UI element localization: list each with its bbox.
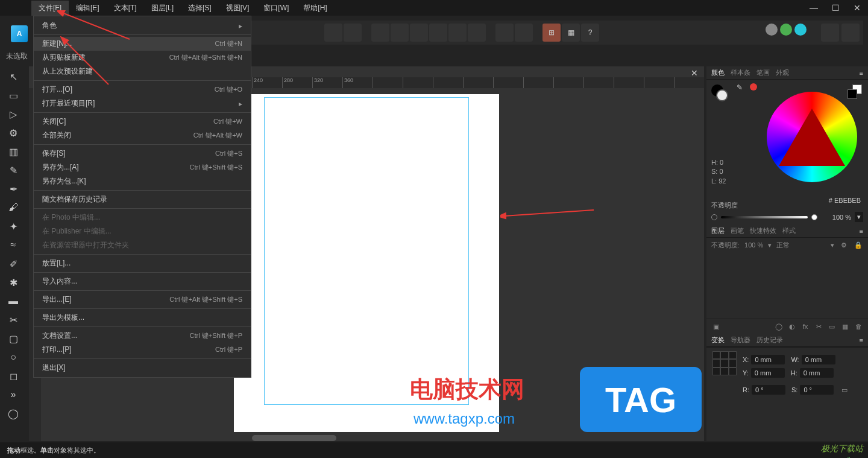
toolbar-button[interactable] xyxy=(324,24,342,42)
node-tool[interactable]: ▷ xyxy=(4,106,22,122)
document-tab-close-button[interactable]: ✕ xyxy=(691,68,698,78)
flip-h-icon[interactable]: ▭ xyxy=(840,385,849,395)
menu-item[interactable]: 新建[N]...Ctrl 键+N xyxy=(34,37,251,51)
tab-transform[interactable]: 变换 xyxy=(711,336,725,345)
persona-designer-icon[interactable] xyxy=(766,24,778,36)
x-field[interactable]: 0 mm xyxy=(751,355,785,364)
layers-list[interactable] xyxy=(706,252,868,319)
menu-item[interactable]: 文档设置...Ctrl 键+Shift 键+P xyxy=(34,329,251,343)
blend-dropdown-icon[interactable]: ▾ xyxy=(831,241,834,249)
menu-item[interactable]: 退出[X] xyxy=(34,361,251,375)
menu-item[interactable]: 导出为模板... xyxy=(34,311,251,325)
layer-opacity-dropdown-icon[interactable]: ▾ xyxy=(768,241,772,249)
menu-文本[interactable]: 文本[T] xyxy=(107,1,144,16)
shape-star-tool[interactable]: ✱ xyxy=(4,275,22,290)
tab-navigator[interactable]: 导航器 xyxy=(731,336,750,345)
gear-tool[interactable]: ⚙ xyxy=(4,125,22,141)
menu-item[interactable]: 角色▸ xyxy=(34,19,251,33)
window-minimize-button[interactable]: — xyxy=(803,0,825,16)
layer-opacity-value[interactable]: 100 % xyxy=(744,241,763,249)
eyedropper-tool[interactable]: ✐ xyxy=(4,256,22,272)
delete-layer-icon[interactable]: 🗑 xyxy=(854,322,863,331)
tab-color[interactable]: 颜色 xyxy=(711,68,725,77)
persona-pixel-icon[interactable] xyxy=(780,24,792,36)
menu-图层[interactable]: 图层[L] xyxy=(144,1,181,16)
opacity-slider[interactable] xyxy=(721,216,808,218)
menu-item[interactable]: 打开...[O]Ctrl 键+O xyxy=(34,83,251,97)
ellipse-tool[interactable]: ○ xyxy=(4,349,22,365)
align-button[interactable]: ▦ xyxy=(562,24,580,42)
anchor-selector[interactable] xyxy=(712,351,737,375)
tab-history[interactable]: 历史记录 xyxy=(756,336,783,345)
more-tool[interactable]: » xyxy=(4,387,22,402)
menu-帮助[interactable]: 帮助[H] xyxy=(296,1,334,16)
marquee-tool[interactable]: ▭ xyxy=(4,87,22,103)
tab-swatches[interactable]: 样本条 xyxy=(731,68,750,77)
panel-menu-icon[interactable]: ≡ xyxy=(860,69,863,77)
opacity-value[interactable]: 100 % xyxy=(821,214,851,221)
smudge-tool[interactable]: ≈ xyxy=(4,237,22,253)
panel-menu-icon[interactable]: ≡ xyxy=(860,227,863,235)
window-close-button[interactable]: ✕ xyxy=(846,0,868,16)
toolbar-button[interactable] xyxy=(391,24,409,42)
tab-styles[interactable]: 样式 xyxy=(782,226,796,235)
menu-item[interactable]: 导入内容... xyxy=(34,275,251,288)
toolbar-button[interactable] xyxy=(344,24,362,42)
crop-icon[interactable]: ✂ xyxy=(814,322,823,331)
persona-export-icon[interactable] xyxy=(794,24,807,36)
rounded-rect-tool[interactable]: ◻ xyxy=(4,368,22,384)
tab-layers[interactable]: 图层 xyxy=(711,226,725,235)
fill-color-icon[interactable] xyxy=(716,89,728,101)
stroke-swatch[interactable] xyxy=(848,89,857,99)
color-wheel[interactable] xyxy=(767,92,857,182)
toolbar-button[interactable] xyxy=(448,24,467,42)
s-field[interactable]: 0 ° xyxy=(800,385,834,395)
menu-item[interactable]: 从剪贴板新建Ctrl 键+Alt 键+Shift 键+N xyxy=(34,51,251,65)
menu-视图[interactable]: 视图[V] xyxy=(219,1,257,16)
snap-button[interactable]: ⊞ xyxy=(542,24,561,42)
toolbar-button[interactable] xyxy=(495,24,514,42)
menu-item[interactable]: 保存[S]Ctrl 键+S xyxy=(34,147,251,161)
tab-stroke[interactable]: 笔画 xyxy=(756,68,770,77)
move-tool[interactable]: ↖ xyxy=(4,69,22,84)
pen-tool[interactable]: ✒ xyxy=(4,181,22,197)
horizontal-scrollbar[interactable] xyxy=(252,435,336,441)
h-field[interactable]: 0 mm xyxy=(800,368,834,378)
toolbar-button[interactable] xyxy=(821,24,839,42)
add-pixel-layer-icon[interactable]: ▦ xyxy=(840,322,850,331)
color-triangle[interactable] xyxy=(779,109,845,166)
toolbar-button[interactable] xyxy=(515,24,533,42)
crop-tool[interactable]: ✂ xyxy=(4,312,22,328)
menu-item[interactable]: 导出...[E]Ctrl 键+Alt 键+Shift 键+S xyxy=(34,293,251,307)
swatch-tool[interactable]: ◯ xyxy=(4,406,22,421)
layer-icon[interactable]: ◯ xyxy=(774,322,784,331)
r-field[interactable]: 0 ° xyxy=(752,385,785,395)
menu-文件[interactable]: 文件[F] xyxy=(31,1,69,16)
menu-编辑[interactable]: 编辑[E] xyxy=(69,1,107,16)
brush-tool[interactable]: 🖌 xyxy=(4,200,22,215)
panel-menu-icon[interactable]: ≡ xyxy=(860,337,863,344)
window-maximize-button[interactable]: ☐ xyxy=(825,0,846,16)
menu-item[interactable]: 打印...[P]Ctrl 键+P xyxy=(34,343,251,357)
eyedropper-icon[interactable]: ✎ xyxy=(737,83,743,92)
w-field[interactable]: 0 mm xyxy=(802,355,835,364)
menu-item[interactable]: 关闭[C]Ctrl 键+W xyxy=(34,115,251,129)
menu-item[interactable]: 打开最近项目[R]▸ xyxy=(34,97,251,110)
tab-appearance[interactable]: 外观 xyxy=(776,68,789,77)
toolbar-button[interactable] xyxy=(410,24,428,42)
toolbar-button[interactable] xyxy=(429,24,447,42)
toolbar-button[interactable] xyxy=(371,24,389,42)
gear-icon[interactable]: ⚙ xyxy=(839,240,849,250)
menu-item[interactable]: 全部关闭Ctrl 键+Alt 键+W xyxy=(34,129,251,142)
toolbar-button[interactable] xyxy=(468,24,486,42)
lock-icon[interactable]: 🔒 xyxy=(854,240,863,250)
hex-value[interactable]: EBEBEB xyxy=(834,197,861,204)
adjust-icon[interactable] xyxy=(725,322,734,331)
fill-tool[interactable]: ▬ xyxy=(4,293,22,309)
rect-tool[interactable]: ▢ xyxy=(4,331,22,346)
tab-fx[interactable]: 快速特效 xyxy=(750,226,776,235)
toolbar-button[interactable] xyxy=(841,24,860,42)
menu-item[interactable]: 另存为...[A]Ctrl 键+Shift 键+S xyxy=(34,161,251,174)
menu-item[interactable]: 随文档保存历史记录 xyxy=(34,192,251,206)
add-layer-icon[interactable]: ▭ xyxy=(827,322,837,331)
